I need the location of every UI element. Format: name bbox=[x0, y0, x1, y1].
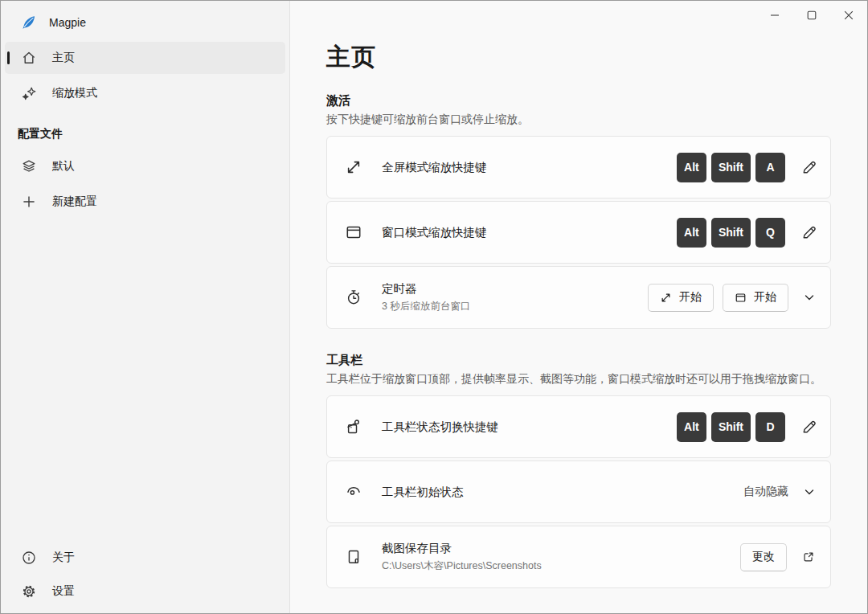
window-controls bbox=[756, 1, 867, 30]
pencil-icon[interactable] bbox=[799, 158, 818, 177]
card-description: 3 秒后缩放前台窗口 bbox=[382, 300, 648, 313]
plus-icon bbox=[20, 194, 37, 211]
sidebar-item-label: 默认 bbox=[52, 159, 75, 174]
window-icon bbox=[344, 223, 363, 242]
shortcut-keys: Alt Shift D bbox=[677, 412, 785, 442]
section-description: 按下快捷键可缩放前台窗口或停止缩放。 bbox=[326, 111, 831, 128]
sidebar-item-about[interactable]: 关于 bbox=[5, 542, 285, 574]
shortcut-keys: Alt Shift A bbox=[677, 153, 785, 182]
page-content: 主页 激活 按下快捷键可缩放前台窗口或停止缩放。 全屏模式缩放快捷键 bbox=[290, 1, 867, 588]
sidebar-item-label: 设置 bbox=[52, 584, 75, 599]
sidebar-item-settings[interactable]: 设置 bbox=[5, 575, 285, 608]
key-cap: Shift bbox=[711, 412, 751, 442]
toolbar-state-value[interactable]: 自动隐藏 bbox=[743, 485, 788, 499]
key-cap: Alt bbox=[677, 412, 706, 442]
home-icon bbox=[20, 50, 37, 67]
design-tools-icon bbox=[344, 417, 363, 436]
card-label: 工具栏状态切换快捷键 bbox=[382, 420, 677, 435]
page-title: 主页 bbox=[326, 41, 831, 74]
maximize-button[interactable] bbox=[793, 1, 830, 30]
card-window-shortcut: 窗口模式缩放快捷键 Alt Shift Q bbox=[326, 201, 831, 264]
key-cap: Alt bbox=[677, 153, 706, 182]
button-label: 更改 bbox=[752, 550, 775, 564]
card-toolbar-toggle-shortcut: 工具栏状态切换快捷键 Alt Shift D bbox=[326, 395, 831, 458]
card-fullscreen-shortcut: 全屏模式缩放快捷键 Alt Shift A bbox=[326, 136, 831, 199]
sidebar-item-default-profile[interactable]: 默认 bbox=[5, 150, 285, 182]
key-cap: Alt bbox=[677, 218, 706, 248]
card-label: 全屏模式缩放快捷键 bbox=[382, 160, 677, 175]
resize-diagonal-icon bbox=[660, 292, 672, 304]
card-label: 窗口模式缩放快捷键 bbox=[382, 225, 677, 240]
close-button[interactable] bbox=[830, 1, 867, 30]
card-label: 工具栏初始状态 bbox=[382, 485, 743, 500]
screenshot-path: C:\Users\木容\Pictures\Screenshots bbox=[382, 559, 740, 573]
section-title: 工具栏 bbox=[326, 353, 831, 368]
start-window-button[interactable]: 开始 bbox=[723, 284, 788, 312]
start-fullscreen-button[interactable]: 开始 bbox=[648, 284, 714, 312]
open-folder-icon[interactable] bbox=[799, 547, 818, 567]
section-title: 激活 bbox=[326, 93, 831, 108]
change-directory-button[interactable]: 更改 bbox=[740, 543, 787, 571]
stopwatch-icon bbox=[344, 288, 363, 307]
card-label: 截图保存目录 bbox=[382, 541, 740, 556]
section-toolbar: 工具栏 工具栏位于缩放窗口顶部，提供帧率显示、截图等功能，窗口模式缩放时还可以用… bbox=[326, 353, 831, 588]
magpie-logo-icon bbox=[20, 14, 37, 31]
section-description: 工具栏位于缩放窗口顶部，提供帧率显示、截图等功能，窗口模式缩放时还可以用于拖拽缩… bbox=[326, 370, 831, 387]
info-icon bbox=[20, 550, 37, 567]
shortcut-keys: Alt Shift Q bbox=[677, 218, 785, 248]
sidebar-item-label: 新建配置 bbox=[52, 194, 97, 209]
key-cap: Shift bbox=[711, 218, 751, 248]
sidebar-spacer bbox=[1, 219, 289, 540]
sidebar-item-label: 主页 bbox=[52, 51, 75, 65]
app-title: Magpie bbox=[49, 16, 86, 29]
window-icon bbox=[735, 292, 747, 304]
card-text: 截图保存目录 C:\Users\木容\Pictures\Screenshots bbox=[382, 541, 740, 573]
card-timer: 定时器 3 秒后缩放前台窗口 开始 bbox=[326, 266, 831, 329]
main-panel: 主页 激活 按下快捷键可缩放前台窗口或停止缩放。 全屏模式缩放快捷键 bbox=[290, 1, 867, 613]
sidebar-item-label: 缩放模式 bbox=[52, 86, 97, 100]
card-list: 工具栏状态切换快捷键 Alt Shift D bbox=[326, 395, 831, 588]
section-activation: 激活 按下快捷键可缩放前台窗口或停止缩放。 全屏模式缩放快捷键 bbox=[326, 93, 831, 329]
pencil-icon[interactable] bbox=[799, 223, 818, 242]
image-file-icon bbox=[344, 547, 363, 567]
card-text: 工具栏状态切换快捷键 bbox=[382, 420, 677, 435]
app-window: Magpie 主页 缩放模式 bbox=[0, 0, 868, 614]
eye-icon bbox=[344, 482, 363, 501]
sidebar-nav: 主页 缩放模式 配置文件 bbox=[1, 40, 289, 219]
sidebar-item-scaling-modes[interactable]: 缩放模式 bbox=[5, 77, 285, 109]
card-label: 定时器 bbox=[382, 281, 648, 297]
resize-diagonal-icon bbox=[344, 158, 363, 177]
key-cap: Shift bbox=[711, 153, 751, 182]
key-cap: D bbox=[755, 412, 785, 442]
pencil-icon[interactable] bbox=[799, 417, 818, 436]
sidebar-item-new-profile[interactable]: 新建配置 bbox=[5, 186, 285, 218]
card-list: 全屏模式缩放快捷键 Alt Shift A bbox=[326, 136, 831, 329]
card-toolbar-initial-state: 工具栏初始状态 自动隐藏 bbox=[326, 460, 831, 523]
button-label: 开始 bbox=[754, 290, 776, 305]
card-text: 工具栏初始状态 bbox=[382, 485, 743, 500]
sidebar-footer: 关于 设置 bbox=[1, 540, 289, 613]
sidebar: Magpie 主页 缩放模式 bbox=[1, 1, 290, 613]
key-cap: A bbox=[755, 153, 785, 182]
minimize-button[interactable] bbox=[756, 1, 793, 30]
gear-icon bbox=[20, 583, 37, 600]
chevron-down-icon[interactable] bbox=[800, 483, 818, 501]
chevron-down-icon[interactable] bbox=[800, 289, 818, 306]
key-cap: Q bbox=[755, 218, 785, 248]
card-text: 窗口模式缩放快捷键 bbox=[382, 225, 677, 240]
sparkles-icon bbox=[20, 85, 37, 102]
card-text: 全屏模式缩放快捷键 bbox=[382, 160, 677, 175]
button-label: 开始 bbox=[679, 290, 702, 305]
sidebar-profiles-header: 配置文件 bbox=[1, 111, 289, 149]
card-screenshot-directory: 截图保存目录 C:\Users\木容\Pictures\Screenshots … bbox=[326, 526, 831, 588]
sidebar-item-label: 关于 bbox=[52, 551, 75, 565]
app-brand: Magpie bbox=[1, 9, 289, 40]
layers-icon bbox=[20, 158, 37, 175]
sidebar-item-home[interactable]: 主页 bbox=[5, 42, 285, 74]
card-text: 定时器 3 秒后缩放前台窗口 bbox=[382, 281, 648, 313]
